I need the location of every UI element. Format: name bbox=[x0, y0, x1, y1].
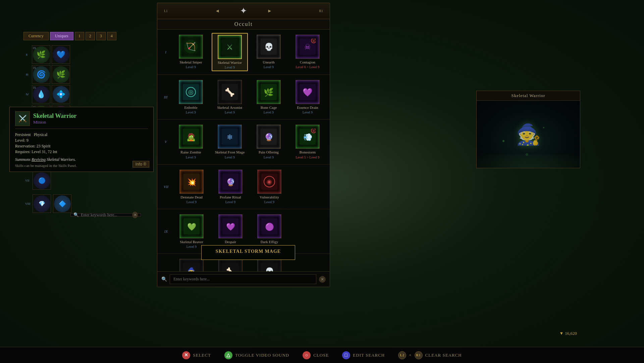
skill-name-detonate-dead: Detonate Dead bbox=[180, 195, 203, 199]
svg-text:◎: ◎ bbox=[188, 89, 194, 95]
skill-name-enfeeble: Enfeeble bbox=[184, 105, 197, 110]
skill-grid-v: 🧟 Raise Zombie Level 9 ❄ Skeletal Frost … bbox=[173, 123, 326, 161]
inv-slot-viii-2[interactable]: 🔷 bbox=[53, 194, 71, 213]
skill-search-clear[interactable]: ✕ bbox=[319, 276, 326, 283]
panel-title: Occult bbox=[157, 19, 330, 30]
skill-name-vulnerability: Vulnerability bbox=[260, 195, 279, 199]
skill-enfeeble[interactable]: ◎ Enfeeble Level 9 bbox=[173, 78, 209, 116]
char-reservation: Reservation: 23 Spirit bbox=[15, 144, 148, 149]
skill-level-skeletal-sniper: Level 9 bbox=[186, 65, 196, 69]
skill-skeletal-arsonist[interactable]: 🦴 Skeletal Arsonist Level 9 bbox=[212, 78, 248, 116]
info-button[interactable]: Info ® bbox=[132, 161, 149, 168]
skill-icon-skeletal-frost-mage: ❄ bbox=[218, 125, 242, 149]
skill-contagion[interactable]: ☠✦ Contagion Level 6 > Level 9 bbox=[289, 33, 326, 71]
char-subtitle: Minion bbox=[33, 120, 76, 125]
skill-panel: L1 ◄ ✦ ► R1 Occult I 🏹 Skeletal Sniper L… bbox=[157, 3, 330, 287]
tab-4[interactable]: 4 bbox=[107, 32, 116, 40]
skill-bone-cage[interactable]: 🌿 Bone Cage Level 9 bbox=[251, 78, 287, 116]
skill-level-contagion: Level 6 > Level 9 bbox=[296, 65, 319, 69]
inv-slot-vii[interactable]: 🔵 bbox=[33, 171, 51, 190]
skill-grid-iii: ◎ Enfeeble Level 9 🦴 Skeletal Arsonist L… bbox=[173, 78, 326, 116]
svg-text:💚: 💚 bbox=[187, 222, 197, 231]
skill-level-vulnerability: Level 9 bbox=[264, 200, 274, 204]
svg-text:☠: ☠ bbox=[304, 43, 311, 51]
row-level-iii: III bbox=[161, 95, 170, 99]
close-key-icon: ○ bbox=[303, 351, 311, 359]
skill-search-bar: 🔍 ✕ bbox=[157, 271, 330, 287]
skill-row-iii: III ◎ Enfeeble Level 9 🦴 Skeletal Arsoni… bbox=[157, 75, 330, 120]
inv-item-2[interactable]: 💙 bbox=[52, 45, 70, 64]
edit-key-icon: □ bbox=[342, 351, 350, 359]
skill-despair[interactable]: 💜 Despair Level 9 bbox=[212, 213, 249, 250]
skill-skeletal-warrior[interactable]: ⚔ Skeletal Warrior Level 9 bbox=[212, 33, 248, 71]
skill-name-profane-ritual: Profane Ritual bbox=[220, 195, 241, 199]
skill-unearth[interactable]: 💀 Unearth Level 9 bbox=[251, 33, 287, 71]
tab-2[interactable]: 2 bbox=[86, 32, 95, 40]
svg-text:🏹: 🏹 bbox=[186, 42, 196, 51]
tab-uniques[interactable]: Uniques bbox=[50, 32, 73, 40]
svg-text:💜: 💜 bbox=[303, 87, 313, 97]
left-search-clear[interactable]: ✕ bbox=[132, 212, 138, 218]
r1-key-icon: R1 bbox=[415, 351, 423, 359]
skill-skeletal-reaver[interactable]: 💚 Skeletal Reaver Level 9 bbox=[173, 213, 210, 250]
skill-pain-offering[interactable]: 🔮 Pain Offering Level 9 bbox=[251, 123, 287, 161]
skill-name-skeletal-arsonist: Skeletal Arsonist bbox=[217, 105, 243, 110]
header-l1-btn[interactable]: L1 bbox=[164, 9, 168, 13]
skill-skeletal-frost-mage[interactable]: ❄ Skeletal Frost Mage Level 9 bbox=[212, 123, 248, 161]
inv-item-6[interactable]: 💠 bbox=[52, 85, 70, 103]
currency-arrow: ▼ bbox=[559, 331, 564, 336]
svg-text:◉: ◉ bbox=[267, 178, 272, 185]
skill-level-essence-drain: Level 9 bbox=[303, 110, 313, 114]
svg-text:🦴: 🦴 bbox=[225, 87, 235, 97]
header-r1-btn[interactable]: R1 bbox=[319, 9, 323, 13]
skill-dark-effigy[interactable]: 🟣 Dark Effigy Level 9 bbox=[251, 213, 287, 250]
left-search-input[interactable] bbox=[81, 213, 130, 218]
tab-3[interactable]: 3 bbox=[96, 32, 106, 40]
action-clear-search: L2 + R1 CLEAR SEARCH bbox=[398, 351, 462, 359]
skill-vulnerability[interactable]: ◉ Vulnerability Level 9 bbox=[251, 168, 287, 206]
extra-slots: VII 🔵 VIII 💎 🔷 bbox=[25, 171, 71, 213]
tab-currency[interactable]: Currency bbox=[23, 32, 49, 40]
skill-name-skeletal-frost-mage: Skeletal Frost Mage bbox=[215, 150, 245, 154]
skill-level-skeletal-reaver: Level 9 bbox=[186, 245, 197, 248]
skill-grid-vii: 💥 Detonate Dead Level 9 🔮 Profane Ritual… bbox=[173, 168, 326, 206]
skill-level-pain-offering: Level 9 bbox=[264, 155, 274, 159]
skill-level-skeletal-warrior: Level 9 bbox=[225, 65, 235, 69]
skill-icon-enfeeble: ◎ bbox=[179, 80, 203, 104]
inv-slot-viii-1[interactable]: 💎 bbox=[33, 194, 51, 213]
row-level-i: I bbox=[161, 50, 170, 54]
inv-item-3[interactable]: IX 🌀 bbox=[32, 65, 50, 84]
character-preview: 🧙 bbox=[477, 101, 580, 168]
svg-text:✦: ✦ bbox=[313, 40, 315, 43]
tab-1[interactable]: 1 bbox=[75, 32, 84, 40]
skill-icon-skeletal-arsonist: 🦴 bbox=[218, 80, 242, 104]
skill-search-input[interactable] bbox=[170, 274, 316, 284]
inv-item-1[interactable]: IX 🌿 bbox=[32, 45, 50, 64]
svg-text:🔮: 🔮 bbox=[226, 178, 235, 187]
inv-item-4[interactable]: 🌿 bbox=[52, 65, 70, 84]
char-name: Skeletal Warrior bbox=[33, 112, 76, 120]
skill-bonestorm[interactable]: 💨✦ Bonestorm Level 5 > Level 9 bbox=[289, 123, 326, 161]
skill-icon-bone-offering: 🦴 bbox=[218, 259, 243, 271]
char-level: Level: 9 bbox=[15, 138, 148, 143]
skill-name-contagion: Contagion bbox=[300, 60, 315, 64]
char-tags: Persistent Physical bbox=[15, 132, 148, 137]
char-requires: Requires: Level 31, 72 Int bbox=[15, 149, 148, 154]
skill-detonate-dead[interactable]: 💥 Detonate Dead Level 9 bbox=[173, 168, 210, 206]
skill-profane-ritual[interactable]: 🔮 Profane Ritual Level 9 bbox=[212, 168, 249, 206]
char-icon: ⚔️ bbox=[15, 111, 30, 126]
skill-icon-contagion: ☠✦ bbox=[296, 35, 320, 59]
skill-level-detonate-dead: Level 9 bbox=[186, 200, 197, 204]
skill-raise-zombie[interactable]: 🧟 Raise Zombie Level 9 bbox=[173, 123, 209, 161]
skill-name-skeletal-sniper: Skeletal Sniper bbox=[180, 60, 202, 64]
edit-label: EDIT SEARCH bbox=[353, 353, 385, 358]
select-key-icon: ✕ bbox=[182, 351, 190, 359]
currency-display: ▼ 16,620 bbox=[559, 331, 577, 336]
skill-essence-drain[interactable]: 💜 Essence Drain Level 9 bbox=[289, 78, 326, 116]
clear-label: CLEAR SEARCH bbox=[425, 353, 462, 358]
skill-level-profane-ritual: Level 9 bbox=[225, 200, 235, 204]
inv-item-5[interactable]: IX 💧 bbox=[32, 85, 50, 103]
header-right-icon: ► bbox=[267, 8, 272, 14]
skill-skeletal-sniper[interactable]: 🏹 Skeletal Sniper Level 9 bbox=[173, 33, 209, 71]
svg-point-55 bbox=[543, 127, 544, 128]
